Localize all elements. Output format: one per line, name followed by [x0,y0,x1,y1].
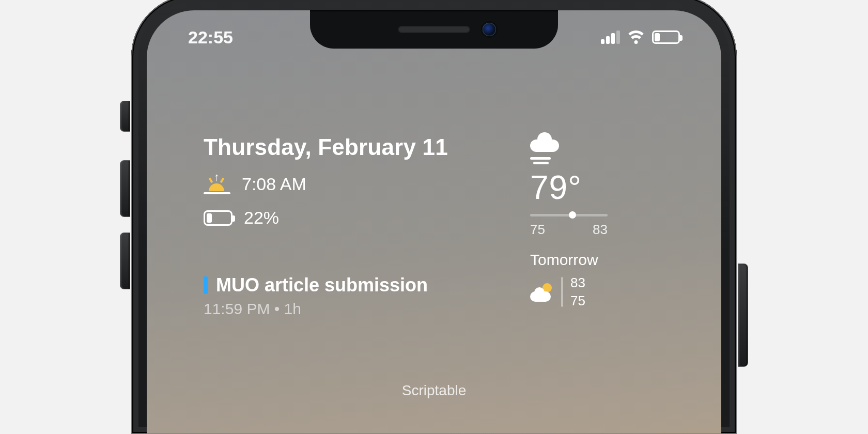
phone-screen[interactable]: 22:55 Thursday, February 11 [147,10,721,434]
event-subtitle: 11:59 PM1h [204,300,509,318]
sunrise-row: ↑ 7:08 AM [204,174,509,194]
sunrise-icon: ↑ [204,174,230,194]
partly-cloudy-icon [530,282,554,302]
widget-left-column: Thursday, February 11 ↑ 7:08 AM 22% [204,134,509,318]
volume-down-button [120,233,130,289]
tomorrow-low: 75 [570,293,585,309]
event-time: 11:59 PM [204,300,270,317]
status-time: 22:55 [188,27,233,48]
event-title: MUO article submission [216,274,428,296]
volume-up-button [120,160,130,217]
date-title: Thursday, February 11 [204,134,509,160]
speaker-grille [398,26,470,33]
notch [310,10,558,49]
front-camera [483,23,496,36]
current-temperature: 79° [530,168,664,207]
fog-icon [530,155,551,164]
tomorrow-divider [561,277,563,307]
weather-condition-icon [530,134,664,166]
battery-percent: 22% [244,208,279,228]
weather-column: 79° 75 83 Tomorrow [530,134,664,318]
today-high: 83 [593,222,608,238]
calendar-event[interactable]: MUO article submission 11:59 PM1h [204,274,509,318]
phone-frame: 22:55 Thursday, February 11 [131,0,737,434]
tomorrow-high: 83 [570,275,585,291]
weather-calendar-widget[interactable]: Thursday, February 11 ↑ 7:08 AM 22% [204,134,664,318]
sunrise-time: 7:08 AM [242,174,306,194]
battery-level-icon [204,210,233,226]
tomorrow-label: Tomorrow [530,251,664,269]
event-duration: 1h [270,300,301,317]
range-knob [569,211,576,219]
status-indicators [601,30,680,44]
battery-icon [652,30,680,44]
tomorrow-forecast: 83 75 [530,275,664,309]
event-color-bar [204,276,208,294]
wifi-icon [627,30,645,44]
battery-row: 22% [204,208,509,228]
mute-switch [120,101,130,132]
today-temp-range: 75 83 [530,214,608,238]
power-button [738,264,748,367]
cloud-icon [530,134,559,152]
widget-app-name: Scriptable [147,382,721,399]
cellular-icon [601,30,620,44]
phone-mockup: 22:55 Thursday, February 11 [131,0,737,434]
today-low: 75 [530,222,545,238]
